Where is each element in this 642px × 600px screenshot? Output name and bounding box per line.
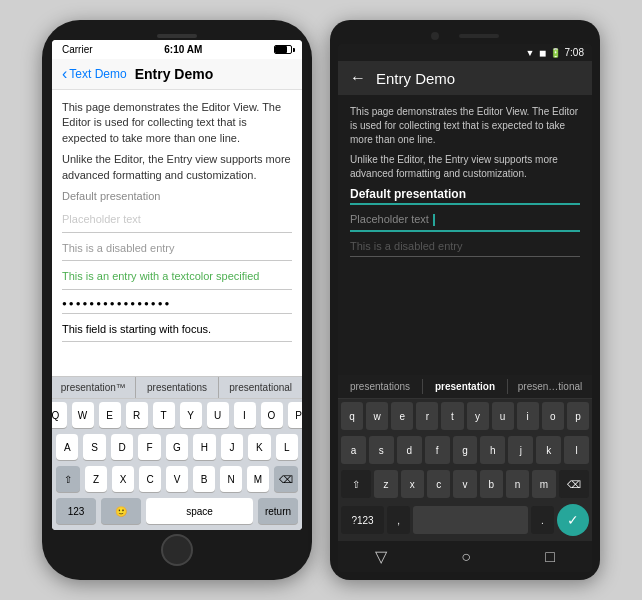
ios-autocomplete-2[interactable]: presentational <box>219 377 302 398</box>
android-key-comma[interactable]: , <box>387 506 410 534</box>
android-placeholder-text: Placeholder text <box>350 213 429 225</box>
android-key-u[interactable]: u <box>492 402 514 430</box>
ios-back-button[interactable]: ‹ Text Demo <box>62 65 127 83</box>
ios-key-123[interactable]: 123 <box>56 498 96 524</box>
ios-key-delete[interactable]: ⌫ <box>274 466 298 492</box>
android-back-button[interactable]: ← <box>350 69 366 87</box>
ios-placeholder-entry[interactable]: Placeholder text <box>62 208 292 232</box>
ios-autocomplete-1[interactable]: presentations <box>136 377 220 398</box>
ios-key-f[interactable]: F <box>138 434 160 460</box>
ios-key-k[interactable]: K <box>248 434 270 460</box>
ios-key-p[interactable]: P <box>288 402 303 428</box>
android-key-w[interactable]: w <box>366 402 388 430</box>
android-key-a[interactable]: a <box>341 436 366 464</box>
android-key-n[interactable]: n <box>506 470 529 498</box>
android-key-delete[interactable]: ⌫ <box>559 470 589 498</box>
android-key-h[interactable]: h <box>480 436 505 464</box>
ios-key-v[interactable]: V <box>166 466 188 492</box>
ios-key-t[interactable]: T <box>153 402 175 428</box>
ios-key-j[interactable]: J <box>221 434 243 460</box>
android-key-r[interactable]: r <box>416 402 438 430</box>
ios-para2: Unlike the Editor, the Entry view suppor… <box>62 152 292 183</box>
android-key-p[interactable]: p <box>567 402 589 430</box>
ios-key-y[interactable]: Y <box>180 402 202 428</box>
android-section-label: Default presentation <box>350 187 580 205</box>
ios-key-shift[interactable]: ⇧ <box>56 466 80 492</box>
ios-colored-entry[interactable]: This is an entry with a textcolor specif… <box>62 265 292 289</box>
android-cursor <box>433 214 435 226</box>
android-key-space[interactable] <box>413 506 528 534</box>
ios-autocomplete-bar: presentation™ presentations presentation… <box>52 376 302 399</box>
android-keyboard: q w e r t y u i o p a s d f g h <box>338 399 592 541</box>
android-key-d[interactable]: d <box>397 436 422 464</box>
ios-content: This page demonstrates the Editor View. … <box>52 90 302 376</box>
ios-home-button[interactable] <box>161 534 193 566</box>
ios-autocomplete-0[interactable]: presentation™ <box>52 377 136 398</box>
ios-nav-bar: ‹ Text Demo Entry Demo <box>52 59 302 90</box>
ios-key-emoji[interactable]: 🙂 <box>101 498 141 524</box>
android-placeholder-entry[interactable]: Placeholder text <box>350 209 580 232</box>
android-key-t[interactable]: t <box>441 402 463 430</box>
ios-key-u[interactable]: U <box>207 402 229 428</box>
android-key-i[interactable]: i <box>517 402 539 430</box>
android-key-j[interactable]: j <box>508 436 533 464</box>
ios-key-m[interactable]: M <box>247 466 269 492</box>
android-autocomplete-1[interactable]: presentation <box>423 375 507 398</box>
ios-key-return[interactable]: return <box>258 498 298 524</box>
ios-section-label: Default presentation <box>62 189 292 204</box>
android-key-v[interactable]: v <box>453 470 476 498</box>
android-key-123[interactable]: ?123 <box>341 506 384 534</box>
ios-disabled-entry: This is a disabled entry <box>62 237 292 261</box>
android-key-q[interactable]: q <box>341 402 363 430</box>
ios-key-l[interactable]: L <box>276 434 298 460</box>
ios-password-entry[interactable]: ●●●●●●●●●●●●●●●● <box>62 294 292 314</box>
ios-key-b[interactable]: B <box>193 466 215 492</box>
android-key-shift[interactable]: ⇧ <box>341 470 371 498</box>
android-key-k[interactable]: k <box>536 436 561 464</box>
ios-key-d[interactable]: D <box>111 434 133 460</box>
android-key-z[interactable]: z <box>374 470 397 498</box>
android-autocomplete-0[interactable]: presentations <box>338 375 422 398</box>
android-key-y[interactable]: y <box>467 402 489 430</box>
ios-key-o[interactable]: O <box>261 402 283 428</box>
ios-focused-entry[interactable]: This field is starting with focus. <box>62 318 292 342</box>
ios-key-s[interactable]: S <box>83 434 105 460</box>
ios-key-space[interactable]: space <box>146 498 253 524</box>
android-key-period[interactable]: . <box>531 506 554 534</box>
android-key-g[interactable]: g <box>453 436 478 464</box>
ios-key-a[interactable]: A <box>56 434 78 460</box>
android-key-b[interactable]: b <box>480 470 503 498</box>
ios-key-w[interactable]: W <box>72 402 94 428</box>
android-autocomplete-bar: presentations presentation presen…tional <box>338 375 592 399</box>
ios-key-z[interactable]: Z <box>85 466 107 492</box>
android-key-l[interactable]: l <box>564 436 589 464</box>
ios-key-r[interactable]: R <box>126 402 148 428</box>
ios-back-chevron-icon: ‹ <box>62 65 67 83</box>
ios-key-g[interactable]: G <box>166 434 188 460</box>
android-key-enter[interactable]: ✓ <box>557 504 589 536</box>
ios-key-e[interactable]: E <box>99 402 121 428</box>
ios-key-h[interactable]: H <box>193 434 215 460</box>
ios-key-n[interactable]: N <box>220 466 242 492</box>
android-screen: ▼ ◼ 🔋 7:08 ← Entry Demo This page demons… <box>338 44 592 572</box>
ios-key-c[interactable]: C <box>139 466 161 492</box>
ios-key-q[interactable]: Q <box>52 402 67 428</box>
ios-key-i[interactable]: I <box>234 402 256 428</box>
android-key-c[interactable]: c <box>427 470 450 498</box>
android-keyboard-row-2: a s d f g h j k l <box>338 433 592 467</box>
android-autocomplete-2[interactable]: presen…tional <box>508 375 592 398</box>
android-key-f[interactable]: f <box>425 436 450 464</box>
ios-phone: Carrier 6:10 AM ‹ Text Demo Entry Demo T… <box>42 20 312 580</box>
android-key-x[interactable]: x <box>401 470 424 498</box>
android-nav-home-icon[interactable]: ○ <box>461 548 471 566</box>
android-camera-icon <box>431 32 439 40</box>
android-key-o[interactable]: o <box>542 402 564 430</box>
android-key-e[interactable]: e <box>391 402 413 430</box>
android-key-m[interactable]: m <box>532 470 555 498</box>
android-nav-recent-icon[interactable]: □ <box>545 548 555 566</box>
android-key-s[interactable]: s <box>369 436 394 464</box>
android-nav-back-icon[interactable]: ▽ <box>375 547 387 566</box>
android-top-bar <box>338 28 592 44</box>
ios-key-x[interactable]: X <box>112 466 134 492</box>
android-content: This page demonstrates the Editor View. … <box>338 95 592 375</box>
